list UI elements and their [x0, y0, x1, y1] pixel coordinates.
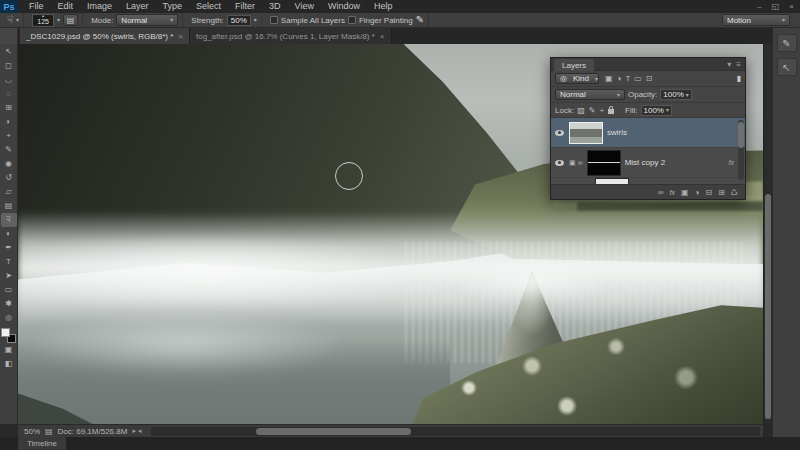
filter-adjustment-icon[interactable]: ◑: [617, 74, 622, 83]
crop-tool[interactable]: ⊞: [1, 101, 17, 115]
tool-preset-caret-icon[interactable]: ▾: [16, 17, 19, 23]
quick-selection-tool[interactable]: ◌: [1, 87, 17, 101]
document-tab-inactive[interactable]: fog_after.psd @ 16.7% (Curves 1, Layer M…: [190, 28, 392, 44]
finger-painting-checkbox[interactable]: [348, 16, 356, 24]
mode-select[interactable]: Normal ▾: [116, 14, 178, 26]
type-tool[interactable]: T: [1, 255, 17, 269]
menu-file[interactable]: File: [22, 0, 51, 13]
tablet-pressure-icon[interactable]: ✎: [416, 15, 424, 25]
add-layer-mask-icon[interactable]: ▣: [681, 188, 689, 197]
status-expand-icon[interactable]: ▸◂: [132, 427, 143, 435]
menu-image[interactable]: Image: [80, 0, 119, 13]
move-tool[interactable]: ↖: [1, 45, 17, 59]
clone-source-dock-icon[interactable]: ↖: [777, 58, 797, 76]
menu-3d[interactable]: 3D: [262, 0, 288, 13]
pen-tool[interactable]: ✒: [1, 241, 17, 255]
visibility-eye-icon[interactable]: [554, 158, 565, 168]
brush-preset-caret-icon[interactable]: ▾: [57, 17, 60, 23]
healing-brush-tool[interactable]: +: [1, 129, 17, 143]
filter-shape-icon[interactable]: ▭: [634, 74, 642, 83]
menu-layer[interactable]: Layer: [119, 0, 156, 13]
mask-link-icon[interactable]: ∞: [578, 159, 583, 167]
tab-close-icon[interactable]: ×: [380, 32, 385, 41]
filter-smart-object-icon[interactable]: ⊡: [646, 74, 653, 83]
screen-mode-button[interactable]: ◧: [1, 357, 17, 371]
menu-window[interactable]: Window: [321, 0, 367, 13]
panel-collapse-icon[interactable]: ▾: [727, 60, 731, 69]
layer-thumbnail[interactable]: [569, 122, 603, 144]
shape-tool[interactable]: ▭: [1, 283, 17, 297]
layer-row-swirls[interactable]: swirls: [551, 118, 745, 148]
layers-panel-titlebar[interactable]: Layers ▾ ≡: [551, 58, 745, 71]
document-tab-active[interactable]: _DSC1029.psd @ 50% (swirls, RGB/8*) * ×: [20, 28, 190, 44]
lasso-tool[interactable]: ◡: [1, 73, 17, 87]
horizontal-scrollbar-thumb[interactable]: [256, 428, 411, 435]
brush-tool[interactable]: ✎: [1, 143, 17, 157]
strength-caret-icon[interactable]: ▾: [254, 17, 257, 23]
eraser-tool[interactable]: ▱: [1, 185, 17, 199]
new-group-icon[interactable]: ⊟: [705, 188, 712, 197]
layers-panel-tab[interactable]: Layers: [554, 59, 594, 71]
filter-type-icon[interactable]: T: [625, 74, 630, 83]
menu-type[interactable]: Type: [156, 0, 190, 13]
filter-pixel-icon[interactable]: ▣: [605, 74, 613, 83]
hand-tool[interactable]: ✱: [1, 297, 17, 311]
zoom-level-value[interactable]: 50%: [24, 427, 40, 436]
filter-toggle-icon[interactable]: ▮: [737, 74, 741, 83]
history-brush-tool[interactable]: ↺: [1, 171, 17, 185]
layer-list-scrollbar[interactable]: [738, 120, 744, 180]
path-selection-tool[interactable]: ➤: [1, 269, 17, 283]
lock-all-icon[interactable]: [608, 109, 614, 114]
visibility-eye-icon[interactable]: [554, 128, 565, 138]
lock-transparent-icon[interactable]: ▨: [577, 106, 585, 115]
dodge-tool[interactable]: ◐: [1, 227, 17, 241]
sample-all-layers-checkbox[interactable]: [270, 16, 278, 24]
layer-fx-badge[interactable]: fx: [729, 159, 734, 166]
document-size-info[interactable]: Doc: 69.1M/526.8M: [58, 427, 128, 436]
smudge-tool-selected[interactable]: ☟: [1, 213, 17, 227]
menu-view[interactable]: View: [288, 0, 321, 13]
layer-style-fx-icon[interactable]: fx: [670, 189, 675, 196]
blend-mode-select[interactable]: Normal ▾: [555, 89, 625, 100]
workspace-switcher[interactable]: Motion ▾: [722, 14, 790, 26]
new-layer-icon[interactable]: ⊞: [718, 188, 725, 197]
clone-stamp-tool[interactable]: ◉: [1, 157, 17, 171]
layer-name[interactable]: Mist copy 2: [625, 158, 665, 167]
fill-input[interactable]: 100% ▾: [641, 105, 672, 116]
panel-menu-icon[interactable]: ≡: [736, 60, 741, 69]
toggle-brush-panel-button[interactable]: ▤: [63, 14, 78, 26]
filter-kind-select[interactable]: ◎ Kind ▾: [555, 73, 599, 84]
eyedropper-tool[interactable]: ◗: [1, 115, 17, 129]
tab-close-icon[interactable]: ×: [178, 32, 183, 41]
layer-row-mist-copy-2[interactable]: ▣ ∞ Mist copy 2 fx: [551, 148, 745, 178]
opacity-input[interactable]: 100% ▾: [660, 89, 691, 100]
timeline-panel-tab[interactable]: Timeline: [18, 437, 66, 450]
minimize-button[interactable]: –: [757, 2, 761, 11]
strength-input[interactable]: 50%: [227, 15, 251, 26]
vertical-scrollbar-thumb[interactable]: [765, 194, 771, 419]
vertical-scrollbar[interactable]: [763, 44, 772, 424]
lock-paint-icon[interactable]: ✎: [589, 106, 596, 115]
menu-edit[interactable]: Edit: [51, 0, 81, 13]
lock-position-icon[interactable]: +: [599, 106, 604, 115]
new-adjustment-layer-icon[interactable]: ◑: [695, 188, 700, 197]
delete-layer-icon[interactable]: ♺: [731, 188, 738, 197]
layer-list-scrollbar-thumb[interactable]: [738, 122, 744, 148]
horizontal-scrollbar[interactable]: [151, 427, 760, 436]
link-layers-icon[interactable]: ∞: [658, 188, 664, 197]
zoom-tool[interactable]: ◎: [1, 311, 17, 325]
menu-help[interactable]: Help: [367, 0, 400, 13]
layer-name[interactable]: swirls: [607, 128, 627, 137]
marquee-tool[interactable]: ◻: [1, 59, 17, 73]
smudge-tool-icon[interactable]: ☟: [7, 15, 13, 25]
menu-filter[interactable]: Filter: [228, 0, 262, 13]
gradient-tool[interactable]: ▤: [1, 199, 17, 213]
brush-preset-picker[interactable]: • 125: [32, 14, 54, 27]
close-button[interactable]: ×: [789, 2, 794, 11]
ps-logo[interactable]: Ps: [0, 0, 18, 13]
restore-button[interactable]: ◱: [772, 2, 780, 11]
layer-mask-thumbnail[interactable]: [587, 150, 621, 176]
quick-mask-button[interactable]: ▣: [1, 343, 17, 357]
brush-panel-dock-icon[interactable]: ✎: [777, 34, 797, 52]
foreground-color-swatch[interactable]: [1, 328, 10, 337]
